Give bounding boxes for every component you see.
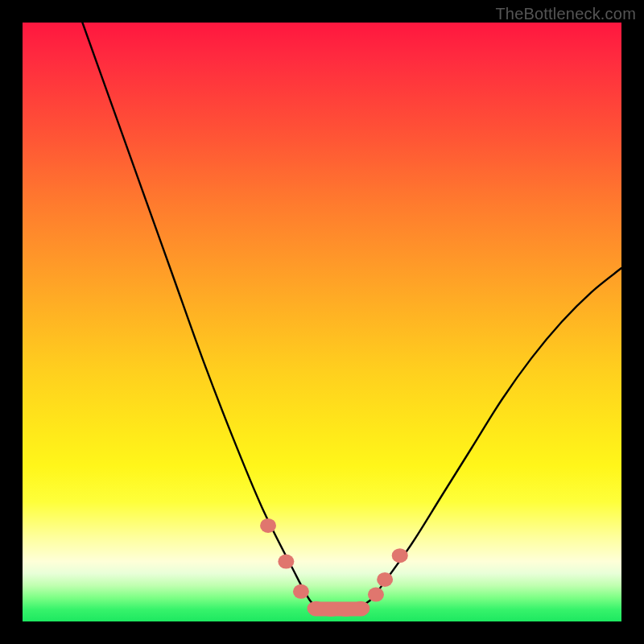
- plot-area: [23, 23, 621, 621]
- trough-marker: [377, 572, 393, 587]
- trough-marker: [368, 588, 384, 602]
- trough-marker: [260, 518, 276, 533]
- curve-layer: [23, 23, 621, 621]
- trough-marker: [392, 548, 408, 563]
- trough-marker: [352, 601, 369, 616]
- watermark-text: TheBottleneck.com: [495, 5, 636, 23]
- chart-frame: TheBottleneck.com: [0, 0, 644, 644]
- trough-marker: [308, 601, 325, 616]
- trough-marker: [293, 584, 309, 599]
- bottleneck-curve: [82, 23, 621, 610]
- trough-marker: [337, 602, 355, 617]
- trough-marker: [278, 555, 294, 569]
